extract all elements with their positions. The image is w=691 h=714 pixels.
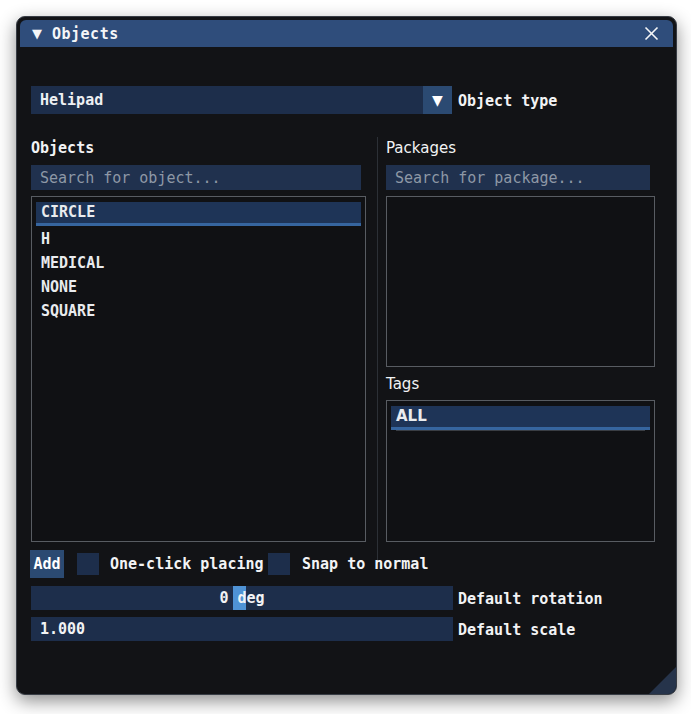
add-button[interactable]: Add [30,550,64,578]
chevron-down-icon: ▼ [432,93,443,107]
default-scale-label: Default scale [458,621,575,639]
resize-handle[interactable] [649,667,676,694]
tags-list[interactable]: ALL [386,400,655,542]
one-click-placing-checkbox[interactable] [77,553,99,575]
close-icon[interactable] [644,26,660,42]
object-type-dropdown-button[interactable]: ▼ [423,86,452,114]
list-item[interactable]: ALL [391,406,650,430]
object-type-label: Object type [458,92,557,110]
column-divider [377,137,378,560]
objects-list[interactable]: CIRCLEHMEDICALNONESQUARE [31,196,366,542]
object-type-value: Helipad [40,91,103,109]
list-item[interactable]: CIRCLE [36,202,361,226]
default-rotation-label: Default rotation [458,590,603,608]
object-search-input[interactable] [31,165,361,190]
objects-panel-label: Objects [31,139,94,157]
list-item[interactable]: NONE [36,276,361,298]
default-scale-input[interactable] [31,617,453,641]
default-rotation-slider[interactable]: 0 deg [31,586,453,610]
window-title: Objects [52,25,119,43]
list-item[interactable]: MEDICAL [36,252,361,274]
collapse-icon[interactable]: ▼ [32,27,42,40]
default-rotation-value: 0 deg [31,586,453,610]
list-item[interactable]: SQUARE [36,300,361,322]
one-click-placing-label: One-click placing [110,555,264,573]
snap-to-normal-label: Snap to normal [302,555,428,573]
package-search-input[interactable] [386,165,650,190]
title-bar: ▼ Objects [20,20,673,47]
tags-panel-label: Tags [386,375,419,393]
packages-panel-label: Packages [386,139,456,157]
objects-window: ▼ Objects Helipad ▼ Object type Objects … [16,16,677,695]
packages-list[interactable] [386,196,655,367]
list-item[interactable]: H [36,228,361,250]
object-type-dropdown[interactable]: Helipad [31,86,423,114]
snap-to-normal-checkbox[interactable] [268,553,290,575]
